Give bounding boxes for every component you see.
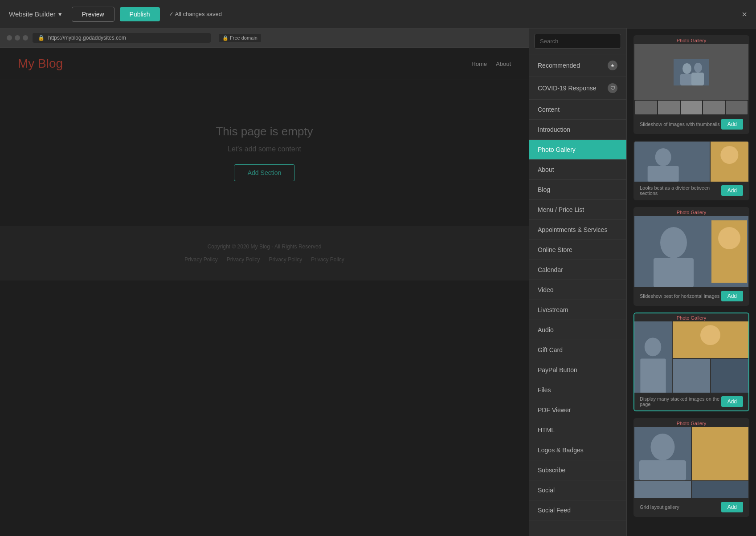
preview-grid-slideshow-thumbs	[634, 44, 748, 115]
footer-links: Privacy Policy Privacy Policy Privacy Po…	[18, 256, 511, 263]
gallery-card-4: Photo Gallery	[633, 313, 749, 411]
sidebar-item[interactable]: Subscribe	[529, 460, 626, 480]
browser-chrome: 🔒 https://myblog.godaddysites.com 🔒 Free…	[0, 28, 529, 48]
brand-chevron: ▾	[58, 10, 62, 18]
sidebar-item[interactable]: Recommended ★	[529, 54, 626, 77]
svg-point-11	[660, 227, 687, 258]
thumb-3	[681, 101, 703, 114]
thumbnail-row	[634, 100, 748, 115]
sidebar-item-label: Introduction	[538, 126, 570, 133]
url-text: https://myblog.godaddysites.com	[48, 35, 126, 41]
svg-point-14	[718, 227, 740, 249]
sidebar-item[interactable]: Appointments & Services	[529, 220, 626, 240]
sidebar-item[interactable]: Menu / Price List	[529, 200, 626, 220]
grid-cell-2	[692, 427, 748, 480]
empty-state: This page is empty Let's add some conten…	[0, 80, 529, 226]
footer-link-4[interactable]: Privacy Policy	[311, 256, 344, 263]
gallery-card-5-title: Photo Gallery	[634, 419, 748, 427]
sidebar-item-label: Online Store	[538, 246, 572, 253]
gallery-card-2-add-button[interactable]: Add	[721, 185, 743, 196]
svg-point-19	[700, 325, 720, 345]
preview-mosaic-layout	[634, 321, 748, 393]
browser-url: 🔒 https://myblog.godaddysites.com	[33, 33, 211, 43]
mosaic-cell-1	[634, 321, 672, 393]
svg-rect-4	[691, 73, 704, 85]
add-section-button[interactable]: Add Section	[234, 164, 295, 181]
svg-rect-17	[640, 358, 666, 393]
gallery-card-1-desc: Slideshow of images with thumbnails	[640, 122, 721, 127]
lock-icon: 🔒	[38, 35, 45, 41]
sidebar-item[interactable]: Social Feed	[529, 500, 626, 520]
gallery-card-4-desc: Display many stacked images on the page	[640, 396, 721, 407]
svg-rect-7	[648, 166, 679, 182]
sidebar-item[interactable]: PDF Viewer	[529, 400, 626, 420]
sidebar-item[interactable]: Introduction	[529, 120, 626, 140]
footer-link-3[interactable]: Privacy Policy	[269, 256, 302, 263]
sidebar-item[interactable]: PayPal Button	[529, 360, 626, 380]
footer-copyright: Copyright © 2020 My Blog - All Rights Re…	[18, 244, 511, 250]
sidebar-item-label: Subscribe	[538, 467, 565, 474]
sidebar-item-photo-gallery[interactable]: Photo Gallery	[529, 140, 626, 160]
mosaic-cell-2	[673, 321, 748, 358]
sidebar-item[interactable]: Files	[529, 380, 626, 400]
preview-button[interactable]: Preview	[72, 7, 114, 22]
thumb-1	[635, 101, 657, 114]
top-bar: Website Builder ▾ Preview Publish ✓ All …	[0, 0, 756, 28]
svg-point-1	[682, 63, 691, 74]
gallery-card-3-add-button[interactable]: Add	[721, 291, 743, 301]
sidebar-item[interactable]: COVID-19 Response 🛡	[529, 77, 626, 100]
gallery-card-1-title: Photo Gallery	[634, 36, 748, 44]
horizontal-gallery-icon	[634, 216, 748, 287]
sidebar-item-label: Livestream	[538, 306, 568, 313]
recommended-icon: ★	[608, 61, 617, 70]
sidebar-item-label: Video	[538, 286, 554, 293]
sidebar-item[interactable]: Livestream	[529, 300, 626, 320]
sidebar-item[interactable]: HTML	[529, 420, 626, 440]
gallery-card-1: Photo Gallery	[633, 35, 749, 134]
nav-about[interactable]: About	[496, 61, 511, 67]
gallery-card-3-title: Photo Gallery	[634, 208, 748, 216]
sidebar-item[interactable]: Content	[529, 100, 626, 120]
free-domain-badge: 🔒 Free domain	[219, 34, 261, 42]
gallery-card-3: Photo Gallery Slideshow best for horizon…	[633, 207, 749, 306]
mosaic-cell-3	[673, 359, 710, 393]
svg-rect-12	[654, 258, 694, 287]
sidebar-item[interactable]: Gift Card	[529, 340, 626, 360]
sidebar-item-label: COVID-19 Response	[538, 85, 597, 92]
brand: Website Builder ▾	[9, 10, 62, 18]
publish-button[interactable]: Publish	[120, 7, 160, 21]
site-nav: Home About	[471, 61, 511, 67]
nav-home[interactable]: Home	[471, 61, 487, 67]
sidebar-item-label: Logos & Badges	[538, 447, 584, 454]
sidebar-item[interactable]: Social	[529, 480, 626, 500]
sidebar-item[interactable]: Online Store	[529, 240, 626, 260]
browser-dots	[7, 35, 28, 41]
gallery-card-1-preview	[634, 44, 748, 115]
empty-title: This page is empty	[216, 125, 313, 138]
sidebar-search-container	[529, 28, 626, 54]
sidebar-item[interactable]: Blog	[529, 180, 626, 200]
footer-link-1[interactable]: Privacy Policy	[184, 256, 218, 263]
site-content: My Blog Home About This page is empty Le…	[0, 48, 529, 536]
site-header: My Blog Home About	[0, 48, 529, 80]
site-title: My Blog	[18, 57, 63, 71]
sidebar-item[interactable]: Video	[529, 280, 626, 300]
gallery-card-1-add-button[interactable]: Add	[721, 119, 743, 130]
gallery-card-1-footer: Slideshow of images with thumbnails Add	[634, 115, 748, 133]
gallery-card-5-preview	[634, 427, 748, 498]
footer-link-2[interactable]: Privacy Policy	[227, 256, 260, 263]
close-button[interactable]: ×	[742, 9, 747, 19]
gallery-card-2-footer: Looks best as a divider between sections…	[634, 182, 748, 199]
sidebar-item[interactable]: Audio	[529, 320, 626, 340]
gallery-card-4-add-button[interactable]: Add	[721, 396, 743, 407]
brand-label: Website Builder	[9, 10, 56, 18]
sidebar-item-label: Photo Gallery	[538, 146, 576, 153]
search-input[interactable]	[534, 34, 621, 49]
svg-point-16	[645, 337, 662, 356]
sidebar-item[interactable]: Logos & Badges	[529, 440, 626, 460]
gallery-card-5-add-button[interactable]: Add	[721, 502, 743, 512]
sidebar-item[interactable]: About	[529, 160, 626, 180]
sidebar-item[interactable]: Calendar	[529, 260, 626, 280]
sidebar-item-label: Appointments & Services	[538, 226, 607, 233]
sidebar-item-label: Content	[538, 106, 560, 113]
